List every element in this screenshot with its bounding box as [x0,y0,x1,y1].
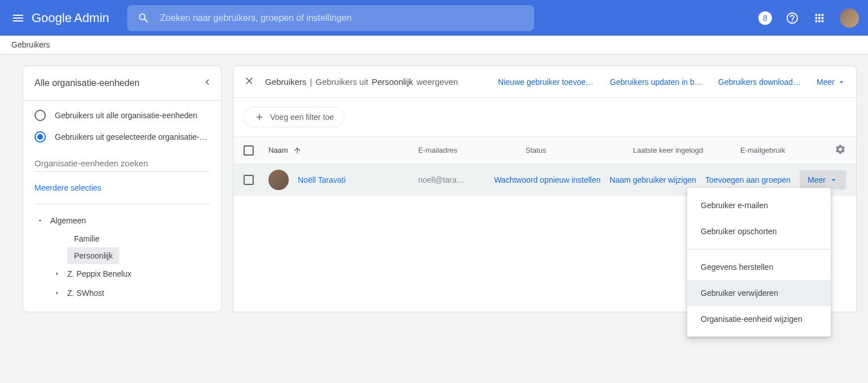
more-actions-button[interactable]: Meer [817,78,846,87]
table-settings-button[interactable] [835,144,846,157]
apps-launcher-button[interactable] [808,7,831,29]
filter-bar: Voeg een filter toe [233,98,856,137]
search-icon [137,12,150,24]
row-more-button[interactable]: Meer [800,170,846,190]
help-icon [785,11,799,25]
radio-selected-orgs[interactable]: Gebruikers uit geselecteerde organisatie… [34,131,210,143]
notifications-badge[interactable]: 8 [754,7,776,29]
new-user-link[interactable]: Nieuwe gebruiker toevoeg… [498,78,594,87]
close-button[interactable] [244,75,255,89]
collapse-sidebar-button[interactable] [202,76,213,90]
panel-header: Gebruikers | Gebruikers uit Persoonlijk … [233,66,856,98]
caret-right-icon [53,270,61,278]
rename-user-link[interactable]: Naam gebruiker wijzigen [610,175,696,184]
menu-icon [11,11,25,25]
divider [34,204,210,204]
caret-right-icon [53,289,61,297]
download-users-link[interactable]: Gebruikers download… [718,78,801,87]
table-header: Naam E-mailadres Status Laatste keer ing… [233,137,856,164]
radio-all-orgs[interactable]: Gebruikers uit alle organisatie-eenheden [34,110,210,121]
row-checkbox[interactable] [244,175,254,185]
column-last-login[interactable]: Laatste keer ingelogd [633,146,740,154]
tree-item-label: Z. Peppix Benelux [67,269,132,278]
logo-admin: Admin [74,11,109,25]
sort-arrow-up-icon [293,146,302,155]
dropdown-email-user[interactable]: Gebruiker e-mailen [687,192,831,218]
badge-count: 8 [758,11,772,25]
org-search-input[interactable] [34,155,210,172]
chevron-left-icon [202,76,213,88]
product-logo: Google Admin [32,11,109,25]
tree-item-familie[interactable]: Familie [34,230,210,247]
column-email-usage[interactable]: E-mailgebruik [740,146,814,154]
user-more-dropdown: Gebruiker e-mailen Gebruiker opschorten … [687,188,831,337]
add-to-groups-link[interactable]: Toevoegen aan groepen [705,175,791,184]
caret-down-icon [837,78,846,87]
panel-title: Gebruikers | Gebruikers uit Persoonlijk … [265,77,458,87]
tree-item-label: Z. SWhost [67,289,104,298]
dropdown-delete-user[interactable]: Gebruiker verwijderen [687,280,831,306]
tree-item-swhost[interactable]: Z. SWhost [34,283,210,303]
column-email[interactable]: E-mailadres [418,146,526,154]
dropdown-change-org[interactable]: Organisatie-eenheid wijzigen [687,306,831,332]
tree-root-algemeen[interactable]: Algemeen [34,211,210,230]
tree-item-peppix[interactable]: Z. Peppix Benelux [34,264,210,283]
top-header: Google Admin 8 [0,0,868,36]
help-button[interactable] [781,7,804,29]
search-input[interactable] [160,13,524,23]
dropdown-suspend-user[interactable]: Gebruiker opschorten [687,218,831,244]
dropdown-restore-data[interactable]: Gegevens herstellen [687,254,831,280]
add-filter-button[interactable]: Voeg een filter toe [244,107,345,127]
caret-down-icon [36,217,44,225]
breadcrumb-current: Gebruikers [11,40,50,49]
reset-password-link[interactable]: Wachtwoord opnieuw instellen [494,175,601,184]
plus-icon [254,112,264,122]
radio-icon [34,110,46,121]
user-email: noell@taravati [418,175,468,184]
multi-select-link[interactable]: Meerdere selecties [34,183,210,192]
tree-item-persoonlijk[interactable]: Persoonlijk [34,247,210,264]
user-avatar [268,170,289,190]
dropdown-separator [687,249,831,249]
logo-google: Google [32,11,72,25]
select-all-checkbox[interactable] [244,145,254,156]
radio-selected-label: Gebruikers uit geselecteerde organisatie… [55,132,210,141]
breadcrumb-bar: Gebruikers [0,36,868,54]
column-status[interactable]: Status [526,146,633,154]
column-name[interactable]: Naam [266,146,418,155]
radio-icon-checked [34,131,46,143]
gear-icon [835,144,846,155]
close-icon [244,75,255,87]
user-name[interactable]: Noëll Taravati [298,175,346,184]
tree-root-label: Algemeen [50,216,86,225]
org-sidebar: Alle organisatie-eenheden Gebruikers uit… [23,66,222,312]
account-avatar[interactable] [840,8,859,28]
bulk-update-link[interactable]: Gebruikers updaten in b… [610,78,702,87]
caret-down-icon [829,175,838,184]
radio-all-label: Gebruikers uit alle organisatie-eenheden [55,111,197,120]
apps-icon [813,12,826,24]
sidebar-title: Alle organisatie-eenheden [34,78,140,88]
hamburger-menu-button[interactable] [9,9,27,27]
search-bar[interactable] [127,5,534,31]
